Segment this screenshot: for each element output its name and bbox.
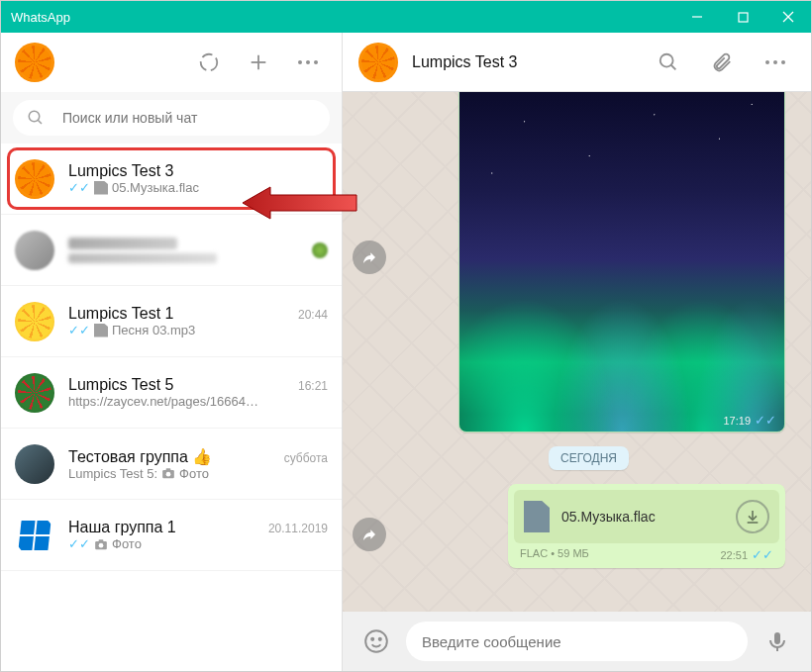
svg-point-16 — [99, 542, 104, 547]
chat-time: 16:21 — [298, 379, 328, 393]
chat-item-lumpics-test-5[interactable]: Lumpics Test 516:21 https://zaycev.net/p… — [1, 357, 342, 429]
window-maximize-button[interactable] — [720, 1, 765, 33]
chat-preview-prefix: Lumpics Test 5: — [68, 466, 157, 481]
svg-rect-17 — [99, 539, 104, 541]
chat-name: Наша группа 1 — [68, 519, 268, 536]
file-type: FLAC — [520, 547, 548, 559]
camera-icon — [161, 467, 175, 479]
forward-button[interactable] — [353, 240, 386, 274]
chat-preview: Фото — [179, 466, 209, 481]
chat-avatar — [15, 516, 54, 555]
titlebar: WhatsApp — [1, 1, 811, 33]
document-icon — [94, 181, 108, 195]
message-input[interactable] — [422, 633, 732, 650]
svg-point-8 — [306, 60, 310, 64]
sidebar: Lumpics Test 3 ✓✓05.Музыка.flac Lumpics … — [1, 33, 343, 671]
chat-avatar — [15, 373, 54, 413]
chat-item-test-group[interactable]: Тестовая группа 👍суббота Lumpics Test 5:… — [1, 429, 342, 500]
svg-rect-14 — [166, 468, 171, 470]
chat-name: Lumpics Test 3 — [68, 162, 328, 180]
chat-menu-button[interactable] — [756, 43, 795, 82]
voice-button[interactable] — [758, 622, 797, 661]
read-ticks-icon: ✓✓ — [68, 180, 90, 195]
contact-avatar[interactable] — [358, 43, 398, 82]
menu-button[interactable] — [288, 43, 328, 82]
chat-name-blurred — [68, 238, 177, 249]
chat-avatar — [15, 159, 54, 199]
message-image[interactable]: 17:19✓✓ — [458, 92, 785, 432]
chat-time: суббота — [284, 451, 328, 465]
forward-button[interactable] — [353, 518, 386, 551]
svg-point-13 — [166, 472, 171, 477]
svg-point-21 — [773, 60, 777, 64]
svg-line-19 — [671, 64, 676, 69]
chat-avatar — [15, 444, 54, 484]
message-time: 17:19✓✓ — [723, 413, 776, 428]
chat-title[interactable]: Lumpics Test 3 — [412, 53, 635, 71]
chat-item-lumpics-test-1[interactable]: Lumpics Test 120:44 ✓✓Песня 03.mp3 — [1, 286, 342, 357]
svg-point-27 — [379, 638, 381, 640]
svg-point-22 — [781, 60, 785, 64]
search-input[interactable] — [62, 110, 316, 126]
camera-icon — [94, 538, 108, 550]
file-size: 59 МБ — [558, 547, 589, 559]
file-name: 05.Музыка.flac — [561, 509, 724, 525]
chat-body: 17:19✓✓ СЕГОДНЯ 05.Музыка.flac FLAC • 59… — [343, 92, 811, 612]
chat-header: Lumpics Test 3 — [343, 33, 811, 92]
chat-avatar — [15, 302, 54, 341]
chat-preview-blurred — [68, 253, 217, 263]
chat-list: Lumpics Test 3 ✓✓05.Музыка.flac Lumpics … — [1, 144, 342, 671]
chat-preview: Песня 03.mp3 — [112, 323, 195, 337]
chat-item-our-group-1[interactable]: Наша группа 120.11.2019 ✓✓Фото — [1, 500, 342, 571]
chat-time: 20:44 — [298, 308, 328, 322]
read-ticks-icon: ✓✓ — [68, 323, 90, 337]
svg-line-11 — [38, 120, 42, 124]
chat-panel: Lumpics Test 3 17:19✓✓ СЕГОДНЯ — [343, 33, 811, 671]
status-button[interactable] — [189, 43, 229, 82]
svg-rect-1 — [739, 13, 748, 22]
file-time: 22:51 — [720, 549, 748, 561]
sidebar-header — [1, 33, 342, 92]
attach-button[interactable] — [702, 43, 742, 82]
download-button[interactable] — [736, 500, 769, 533]
chat-item-lumpics-test-3[interactable]: Lumpics Test 3 ✓✓05.Музыка.flac — [1, 144, 342, 215]
search-bar — [1, 92, 342, 144]
chat-preview: 05.Музыка.flac — [112, 180, 199, 195]
day-badge: СЕГОДНЯ — [549, 446, 629, 470]
chat-time: 20.11.2019 — [268, 522, 328, 535]
window-title: WhatsApp — [1, 10, 674, 25]
svg-point-4 — [201, 54, 218, 71]
chat-name: Lumpics Test 1 — [68, 305, 298, 323]
chat-item-blurred[interactable] — [1, 215, 342, 286]
search-icon — [27, 109, 45, 127]
chat-name: Тестовая группа 👍 — [68, 447, 284, 466]
file-icon — [524, 501, 550, 532]
svg-point-25 — [365, 630, 387, 652]
status-dot — [312, 242, 328, 258]
window-minimize-button[interactable] — [674, 1, 720, 33]
svg-point-18 — [660, 53, 673, 66]
my-avatar[interactable] — [15, 43, 54, 82]
svg-point-7 — [298, 60, 302, 64]
chat-name: Lumpics Test 5 — [68, 376, 298, 394]
svg-point-10 — [29, 111, 40, 122]
document-icon — [94, 324, 108, 337]
emoji-button[interactable] — [356, 622, 396, 661]
svg-point-26 — [371, 638, 373, 640]
svg-point-9 — [314, 60, 318, 64]
svg-rect-28 — [774, 632, 780, 644]
chat-preview: Фото — [112, 536, 142, 551]
read-ticks-icon: ✓✓ — [755, 413, 776, 428]
new-chat-button[interactable] — [239, 43, 278, 82]
chat-avatar — [15, 231, 54, 270]
read-ticks-icon: ✓✓ — [68, 536, 90, 551]
composer — [343, 612, 811, 671]
read-ticks-icon: ✓✓ — [752, 547, 773, 562]
window-close-button[interactable] — [765, 1, 811, 33]
chat-search-button[interactable] — [649, 43, 688, 82]
message-file[interactable]: 05.Музыка.flac FLAC • 59 МБ 22:51✓✓ — [508, 484, 785, 568]
chat-preview: https://zaycev.net/pages/16664… — [68, 394, 258, 409]
svg-point-20 — [765, 60, 769, 64]
search-input-wrap[interactable] — [13, 100, 330, 136]
message-input-wrap[interactable] — [406, 622, 748, 661]
